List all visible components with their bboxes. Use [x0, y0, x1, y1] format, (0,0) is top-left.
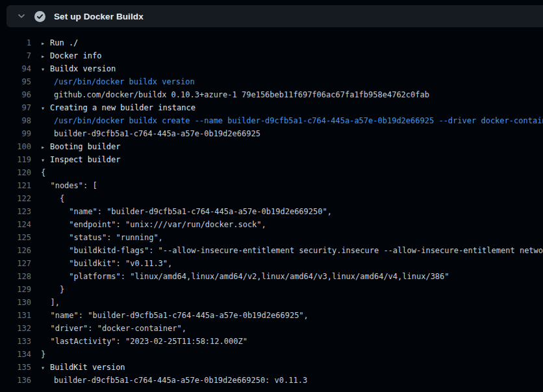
log-group-row[interactable]: 119▾Inspect builder — [0, 153, 543, 166]
log-text: { — [41, 166, 45, 179]
command-text: /usr/bin/docker buildx create --name bui… — [41, 114, 543, 127]
line-number[interactable]: 128 — [0, 270, 31, 283]
log-group-row[interactable]: 94▾Buildx version — [0, 62, 543, 75]
log-group-row[interactable]: 7▸Docker info — [0, 49, 543, 62]
line-number[interactable]: 123 — [0, 205, 31, 218]
log-row: 124 "endpoint": "unix:///var/run/docker.… — [0, 218, 543, 231]
log-text: } — [41, 348, 45, 361]
command-text: /usr/bin/docker buildx version — [41, 75, 195, 88]
log-row: 126 "buildkitd-flags": "--allow-insecure… — [0, 244, 543, 257]
log-row: 133 "lastActivity": "2023-02-25T11:58:12… — [0, 335, 543, 348]
line-number[interactable]: 133 — [0, 335, 31, 348]
log-text: ▸Docker info — [41, 49, 101, 62]
log-row: 125 "status": "running", — [0, 231, 543, 244]
line-number[interactable]: 99 — [0, 127, 31, 140]
log-row: 136builder-d9cfb5a1-c764-445a-a57e-0b19d… — [0, 374, 543, 387]
log-text: "platforms": "linux/amd64,linux/amd64/v2… — [41, 270, 449, 283]
group-label: Booting builder — [50, 142, 120, 151]
log-container: 1▸Run ./7▸Docker info94▾Buildx version95… — [0, 36, 543, 387]
log-text: ▾Inspect builder — [41, 153, 120, 166]
line-number[interactable]: 98 — [0, 114, 31, 127]
log-text: ▸Booting builder — [41, 140, 120, 153]
log-group-row[interactable]: 135▾BuildKit version — [0, 361, 543, 374]
log-text: "nodes": [ — [41, 179, 97, 192]
step-header[interactable]: Set up Docker Buildx — [6, 5, 543, 27]
line-number[interactable]: 100 — [0, 140, 31, 153]
line-number[interactable]: 132 — [0, 322, 31, 335]
log-row: 95/usr/bin/docker buildx version — [0, 75, 543, 88]
disclosure-collapsed-icon: ▸ — [41, 37, 46, 50]
log-text: ▸Run ./ — [41, 36, 78, 49]
log-group-row[interactable]: 100▸Booting builder — [0, 140, 543, 153]
log-row: 123 "name": "builder-d9cfb5a1-c764-445a-… — [0, 205, 543, 218]
log-group-row[interactable]: 1▸Run ./ — [0, 36, 543, 49]
log-row: 122 { — [0, 192, 543, 205]
log-text: github.com/docker/buildx 0.10.3+azure-1 … — [41, 88, 429, 101]
group-label: Inspect builder — [50, 155, 120, 164]
log-row: 129 } — [0, 283, 543, 296]
line-number[interactable]: 130 — [0, 296, 31, 309]
log-text: ▾Buildx version — [41, 62, 116, 75]
group-label: Run ./ — [50, 38, 78, 47]
log-text: "name": "builder-d9cfb5a1-c764-445a-a57e… — [41, 309, 309, 322]
log-group-row[interactable]: 97▾Creating a new builder instance — [0, 101, 543, 114]
log-text: "driver": "docker-container", — [41, 322, 186, 335]
line-number[interactable]: 124 — [0, 218, 31, 231]
log-row: 127 "buildkit": "v0.11.3", — [0, 257, 543, 270]
log-text: { — [41, 192, 64, 205]
line-number[interactable]: 121 — [0, 179, 31, 192]
line-number[interactable]: 1 — [0, 36, 31, 49]
log-row: 134} — [0, 348, 543, 361]
group-label: BuildKit version — [50, 363, 125, 372]
log-row: 121 "nodes": [ — [0, 179, 543, 192]
line-number[interactable]: 120 — [0, 166, 31, 179]
log-text: ▾BuildKit version — [41, 361, 125, 374]
log-row: 98/usr/bin/docker buildx create --name b… — [0, 114, 543, 127]
disclosure-expanded-icon: ▾ — [41, 361, 46, 374]
log-text: "endpoint": "unix:///var/run/docker.sock… — [41, 218, 266, 231]
line-number[interactable]: 131 — [0, 309, 31, 322]
disclosure-collapsed-icon: ▸ — [41, 50, 46, 63]
disclosure-expanded-icon: ▾ — [41, 154, 46, 167]
line-number[interactable]: 122 — [0, 192, 31, 205]
log-text: builder-d9cfb5a1-c764-445a-a57e-0b19d2e6… — [41, 127, 260, 140]
line-number[interactable]: 136 — [0, 374, 31, 387]
log-row: 132 "driver": "docker-container", — [0, 322, 543, 335]
disclosure-expanded-icon: ▾ — [41, 102, 46, 115]
group-label: Creating a new builder instance — [50, 103, 196, 112]
log-row: 120{ — [0, 166, 543, 179]
log-row: 99builder-d9cfb5a1-c764-445a-a57e-0b19d2… — [0, 127, 543, 140]
line-number[interactable]: 96 — [0, 88, 31, 101]
log-row: 96github.com/docker/buildx 0.10.3+azure-… — [0, 88, 543, 101]
line-number[interactable]: 135 — [0, 361, 31, 374]
log-text: "name": "builder-d9cfb5a1-c764-445a-a57e… — [41, 205, 332, 218]
log-text: ], — [41, 296, 60, 309]
step-title: Set up Docker Buildx — [54, 12, 144, 21]
log-row: 130 ], — [0, 296, 543, 309]
line-number[interactable]: 125 — [0, 231, 31, 244]
line-number[interactable]: 95 — [0, 75, 31, 88]
line-number[interactable]: 119 — [0, 153, 31, 166]
log-text: } — [41, 283, 64, 296]
log-row: 131 "name": "builder-d9cfb5a1-c764-445a-… — [0, 309, 543, 322]
log-text: "lastActivity": "2023-02-25T11:58:12.000… — [41, 335, 247, 348]
check-circle-icon — [34, 11, 45, 22]
group-label: Buildx version — [50, 64, 116, 73]
line-number[interactable]: 94 — [0, 62, 31, 75]
disclosure-collapsed-icon: ▸ — [41, 141, 46, 154]
group-label: Docker info — [50, 51, 101, 60]
line-number[interactable]: 126 — [0, 244, 31, 257]
disclosure-expanded-icon: ▾ — [41, 63, 46, 76]
line-number[interactable]: 7 — [0, 49, 31, 62]
line-number[interactable]: 134 — [0, 348, 31, 361]
log-row: 128 "platforms": "linux/amd64,linux/amd6… — [0, 270, 543, 283]
log-text: builder-d9cfb5a1-c764-445a-a57e-0b19d2e6… — [41, 374, 307, 387]
line-number[interactable]: 127 — [0, 257, 31, 270]
log-text: ▾Creating a new builder instance — [41, 101, 196, 114]
log-text: "status": "running", — [41, 231, 163, 244]
line-number[interactable]: 129 — [0, 283, 31, 296]
log-text: "buildkit": "v0.11.3", — [41, 257, 172, 270]
line-number[interactable]: 97 — [0, 101, 31, 114]
chevron-down-icon[interactable] — [17, 12, 26, 21]
log-text: "buildkitd-flags": "--allow-insecure-ent… — [41, 244, 543, 257]
